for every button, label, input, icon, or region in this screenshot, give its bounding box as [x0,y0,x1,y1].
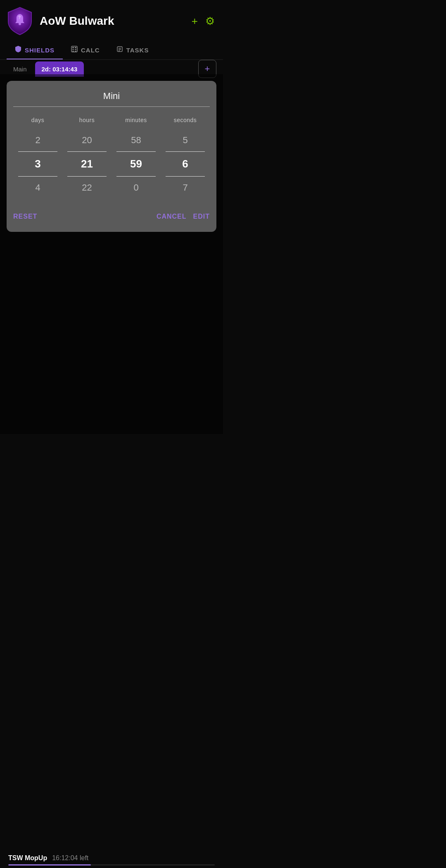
modal-actions: RESET CANCEL EDIT [13,206,210,224]
svg-rect-6 [75,49,76,50]
tasks-tab-icon [116,46,123,54]
picker-grid: days 2 3 4 hours 20 21 22 [13,117,210,198]
days-selected[interactable]: 3 [13,153,62,175]
seconds-below[interactable]: 7 [161,177,210,198]
label-seconds: seconds [174,117,197,123]
tab-tasks[interactable]: TASKS [108,41,157,59]
tab-tasks-label: TASKS [126,47,149,54]
hours-line-top [67,151,107,152]
seconds-above[interactable]: 5 [161,130,210,151]
app-logo: ? [7,7,33,35]
tab-shields[interactable]: SHIELDS [7,40,63,59]
days-line-top [18,151,57,152]
timer-modal: Mini days 2 3 4 hours 20 [7,81,216,232]
svg-rect-4 [75,47,76,48]
seconds-line-top [166,151,205,152]
cancel-button[interactable]: CANCEL [150,210,193,224]
tab-shields-label: SHIELDS [25,47,55,54]
hours-selected[interactable]: 21 [62,153,112,175]
picker-hours-row: 20 21 22 [62,130,112,198]
app-header: ? AoW Bulwark + ⚙ [0,0,223,40]
picker-col-days: days 2 3 4 [13,117,62,198]
calc-tab-icon [71,46,78,54]
minutes-above[interactable]: 58 [112,130,161,151]
minutes-line-top [116,151,156,152]
picker-days-row: 2 3 4 [13,130,62,198]
settings-icon[interactable]: ⚙ [205,15,215,28]
picker-col-seconds: seconds 5 6 7 [161,117,210,198]
svg-rect-5 [72,49,74,50]
seconds-line-bottom [166,176,205,177]
hours-above[interactable]: 20 [62,130,112,151]
svg-rect-7 [72,51,74,52]
tab-calc[interactable]: CALC [63,41,108,59]
app-title: AoW Bulwark [40,14,192,28]
label-days: days [31,117,45,123]
picker-seconds-row: 5 6 7 [161,130,210,198]
svg-point-0 [19,23,21,25]
modal-overlay: Mini days 2 3 4 hours 20 [0,74,223,434]
days-above[interactable]: 2 [13,130,62,151]
minutes-below[interactable]: 0 [112,177,161,198]
svg-rect-3 [72,47,74,48]
hours-below[interactable]: 22 [62,177,112,198]
svg-rect-8 [75,51,76,52]
tab-calc-label: CALC [81,47,100,54]
label-minutes: minutes [125,117,147,123]
svg-text:?: ? [18,15,21,20]
modal-divider [13,106,210,107]
picker-col-hours: hours 20 21 22 [62,117,112,198]
modal-title: Mini [13,91,210,101]
shield-tab-icon [15,45,21,54]
add-icon[interactable]: + [192,15,198,28]
minutes-selected[interactable]: 59 [112,153,161,175]
seconds-selected[interactable]: 6 [161,153,210,175]
label-hours: hours [79,117,95,123]
picker-col-minutes: minutes 58 59 0 [112,117,161,198]
reset-button[interactable]: RESET [13,210,37,224]
hours-line-bottom [67,176,107,177]
header-actions: + ⚙ [192,15,215,28]
picker-minutes-row: 58 59 0 [112,130,161,198]
days-below[interactable]: 4 [13,177,62,198]
edit-button[interactable]: EDIT [193,210,210,224]
minutes-line-bottom [116,176,156,177]
nav-tabs: SHIELDS CALC TASKS [0,40,223,60]
days-line-bottom [18,176,57,177]
